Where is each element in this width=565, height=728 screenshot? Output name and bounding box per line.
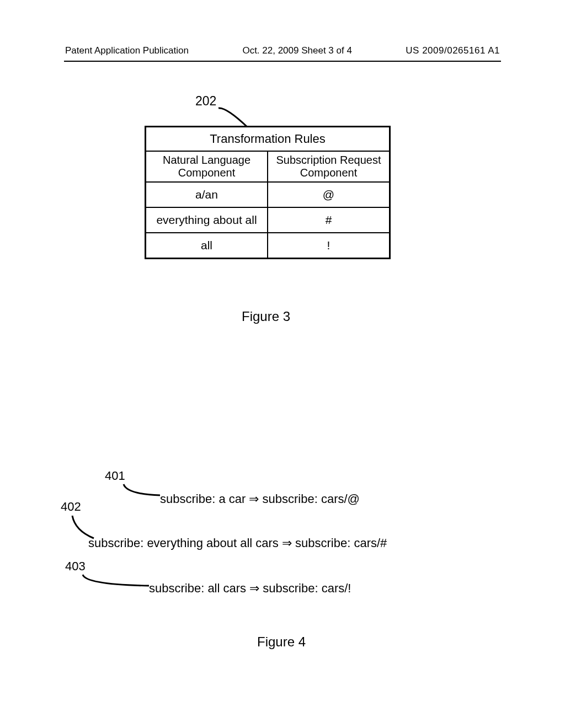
table-title: Transformation Rules [146, 127, 389, 152]
cell-sr: # [268, 208, 389, 232]
col1-header: Natural Language Component [146, 152, 268, 181]
ref-403: 403 [65, 559, 86, 574]
col2-header-line1: Subscription Request [276, 154, 381, 166]
figure-3-caption: Figure 3 [145, 309, 387, 324]
table-header-row: Natural Language Component Subscription … [146, 152, 389, 183]
header-mid: Oct. 22, 2009 Sheet 3 of 4 [242, 45, 351, 56]
patent-page: Patent Application Publication Oct. 22, … [0, 0, 565, 728]
header-rule [64, 61, 501, 62]
cell-nl: all [146, 233, 268, 258]
figure-4-caption: Figure 4 [61, 634, 502, 650]
example-line-403: subscribe: all cars ⇒ subscribe: cars/! [149, 581, 351, 596]
cell-nl: a/an [146, 183, 268, 207]
cell-nl: everything about all [146, 208, 268, 232]
col2-header: Subscription Request Component [268, 152, 389, 181]
col1-header-line1: Natural Language [163, 154, 250, 166]
header-right: US 2009/0265161 A1 [406, 45, 500, 56]
page-header: Patent Application Publication Oct. 22, … [0, 45, 565, 56]
col2-header-line2: Component [300, 167, 357, 179]
header-left: Patent Application Publication [65, 45, 189, 56]
table-row: all ! [146, 233, 389, 258]
table-row: a/an @ [146, 183, 389, 208]
transformation-rules-table: Transformation Rules Natural Language Co… [145, 126, 391, 259]
cell-sr: ! [268, 233, 389, 258]
table-row: everything about all # [146, 208, 389, 233]
cell-sr: @ [268, 183, 389, 207]
example-line-401: subscribe: a car ⇒ subscribe: cars/@ [160, 492, 360, 506]
ref-202: 202 [195, 94, 216, 109]
leader-line-401-icon [121, 482, 166, 499]
col1-header-line2: Component [178, 167, 235, 179]
ref-401: 401 [105, 469, 125, 483]
example-line-402: subscribe: everything about all cars ⇒ s… [88, 536, 387, 550]
ref-402: 402 [61, 500, 81, 514]
leader-line-403-icon [81, 572, 152, 589]
